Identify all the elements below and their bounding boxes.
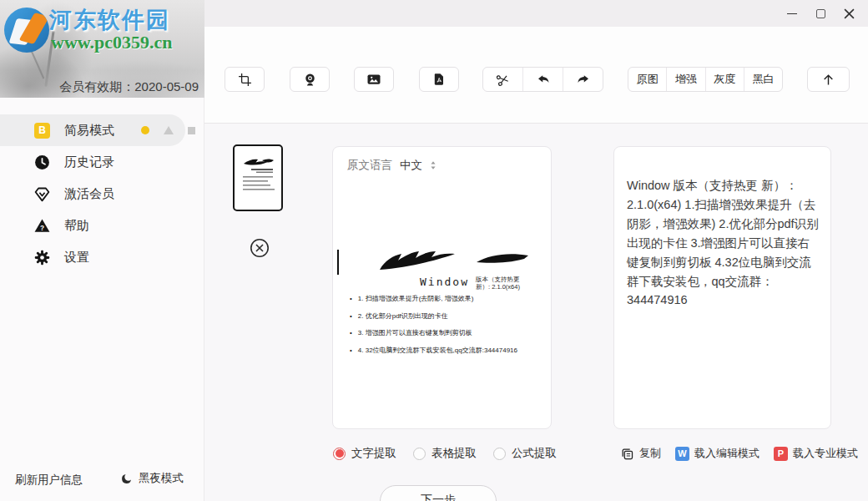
filter-enhance-button[interactable]: 增强 bbox=[666, 68, 704, 91]
upload-icon bbox=[821, 73, 835, 87]
clock-icon bbox=[33, 154, 51, 171]
app-window: 河东软件园 www.pc0359.cn 会员有效期：2020-05-09 B 简… bbox=[0, 0, 868, 501]
ink-stroke-decoration bbox=[375, 248, 533, 273]
image-icon bbox=[366, 72, 381, 87]
radio-formula-extract[interactable]: 公式提取 bbox=[493, 446, 557, 461]
scan-bullet: 2. 优化部分pdf识别出现的卡住 bbox=[350, 311, 543, 321]
triangle-indicator-icon[interactable] bbox=[164, 126, 174, 134]
result-action-row: 复制 W 载入编辑模式 P 载入专业模式 bbox=[620, 446, 858, 461]
sidebar-item-label: 帮助 bbox=[64, 218, 89, 234]
open-pdf-button[interactable] bbox=[419, 67, 459, 92]
radio-unchecked-icon bbox=[413, 448, 426, 460]
scan-title-en: Window bbox=[420, 276, 469, 288]
svg-text:?: ? bbox=[40, 224, 44, 232]
redo-icon bbox=[576, 72, 591, 87]
load-edit-mode-button[interactable]: W 载入编辑模式 bbox=[675, 446, 760, 461]
radio-checked-icon bbox=[333, 448, 346, 460]
ocr-result-text[interactable]: Window 版本（支持热更 新）：2.1.0(x64) 1.扫描增强效果提升（… bbox=[627, 176, 821, 310]
undo-icon bbox=[536, 72, 551, 87]
ppt-icon: P bbox=[774, 447, 788, 461]
undo-button[interactable] bbox=[522, 68, 563, 91]
gear-icon bbox=[33, 249, 51, 266]
sidebar-item-label: 设置 bbox=[64, 250, 89, 266]
filter-original-button[interactable]: 原图 bbox=[628, 68, 666, 91]
close-button[interactable] bbox=[835, 3, 863, 24]
cut-button[interactable] bbox=[483, 68, 522, 91]
close-circle-icon bbox=[250, 238, 270, 258]
square-indicator-icon[interactable] bbox=[188, 127, 195, 134]
site-logo-icon bbox=[4, 8, 49, 53]
mode-indicators bbox=[141, 126, 195, 134]
scan-title-version: 版本（支持热更 新）: 2.1.0(x64) bbox=[476, 276, 520, 291]
sidebar-footer: 刷新用户信息 黑夜模式 bbox=[0, 471, 204, 489]
watermark-site-url: www.pc0359.cn bbox=[51, 32, 172, 53]
webcam-capture-button[interactable] bbox=[290, 67, 330, 92]
sidebar-item-history[interactable]: 历史记录 bbox=[0, 146, 204, 178]
source-language-select[interactable]: 原文语言 中文 bbox=[347, 158, 437, 173]
thumbnail-preview-image bbox=[235, 146, 281, 210]
maximize-button[interactable] bbox=[806, 3, 835, 24]
dark-mode-toggle[interactable]: 黑夜模式 bbox=[120, 471, 184, 486]
scan-artifact-line bbox=[337, 250, 339, 275]
next-step-label: 下一步 bbox=[421, 493, 456, 501]
radio-table-extract[interactable]: 表格提取 bbox=[413, 446, 477, 461]
sidebar-item-activate-membership[interactable]: 激活会员 bbox=[0, 178, 204, 210]
filter-blackwhite-button[interactable]: 黑白 bbox=[744, 68, 782, 91]
dark-mode-label: 黑夜模式 bbox=[139, 471, 184, 486]
sidebar: 河东软件园 www.pc0359.cn 会员有效期：2020-05-09 B 简… bbox=[0, 0, 204, 501]
dot-indicator-icon[interactable] bbox=[141, 126, 149, 134]
scan-bullet-list: 1. 扫描增强效果提升(去阴影, 增强效果) 2. 优化部分pdf识别出现的卡住… bbox=[350, 294, 543, 362]
language-label: 原文语言 bbox=[347, 158, 392, 173]
extract-mode-row: 文字提取 表格提取 公式提取 bbox=[333, 446, 557, 461]
sidebar-item-label: 简易模式 bbox=[64, 123, 114, 139]
load-pro-mode-button[interactable]: P 载入专业模式 bbox=[774, 446, 858, 461]
gem-icon bbox=[33, 185, 51, 203]
copy-icon bbox=[620, 447, 634, 461]
scan-bullet: 4. 32位电脑到交流群下载安装包,qq交流群:344474916 bbox=[350, 346, 543, 355]
scan-document-title: Window 版本（支持热更 新）: 2.1.0(x64) bbox=[420, 276, 520, 291]
b-badge-icon: B bbox=[33, 122, 51, 139]
watermark-site-name: 河东软件园 bbox=[49, 5, 170, 35]
edit-history-group bbox=[482, 67, 603, 92]
sidebar-item-label: 历史记录 bbox=[64, 154, 114, 170]
sidebar-item-settings[interactable]: 设置 bbox=[0, 241, 204, 273]
radio-unchecked-icon bbox=[493, 448, 506, 460]
sidebar-item-help[interactable]: ? 帮助 bbox=[0, 210, 204, 241]
open-image-button[interactable] bbox=[354, 67, 394, 92]
help-icon: ? bbox=[33, 217, 51, 235]
maximize-icon bbox=[816, 9, 825, 18]
upload-button[interactable] bbox=[807, 67, 850, 92]
copy-button[interactable]: 复制 bbox=[620, 446, 661, 461]
sidebar-item-simple-mode[interactable]: B 简易模式 bbox=[0, 114, 185, 146]
toolbar: 原图 增强 灰度 黑白 bbox=[204, 27, 868, 124]
word-icon: W bbox=[675, 447, 689, 461]
page-thumbnail[interactable] bbox=[233, 144, 283, 211]
scan-bullet: 1. 扫描增强效果提升(去阴影, 增强效果) bbox=[350, 294, 543, 303]
redo-button[interactable] bbox=[563, 68, 603, 91]
radio-text-extract[interactable]: 文字提取 bbox=[333, 446, 396, 461]
next-step-button[interactable]: 下一步 bbox=[380, 485, 497, 501]
filter-grayscale-button[interactable]: 灰度 bbox=[705, 68, 744, 91]
scan-bullet: 3. 增强图片可以直接右键复制到剪切板 bbox=[350, 328, 543, 337]
scissors-icon bbox=[494, 71, 512, 89]
header-banner-image: 河东软件园 www.pc0359.cn 会员有效期：2020-05-09 bbox=[0, 0, 204, 98]
membership-expiry-text: 会员有效期：2020-05-09 bbox=[59, 79, 199, 95]
sidebar-nav: B 简易模式 历史记录 激活会员 bbox=[0, 98, 204, 273]
crop-icon bbox=[238, 73, 252, 87]
sort-arrows-icon bbox=[430, 160, 437, 170]
ocr-result-panel: Window 版本（支持热更 新）：2.1.0(x64) 1.扫描增强效果提升（… bbox=[613, 146, 831, 429]
crop-button[interactable] bbox=[225, 67, 265, 92]
remove-page-button[interactable] bbox=[250, 238, 270, 258]
pdf-icon bbox=[432, 73, 446, 86]
image-filter-group: 原图 增强 灰度 黑白 bbox=[628, 67, 783, 92]
minimize-icon bbox=[787, 13, 797, 14]
refresh-user-info-link[interactable]: 刷新用户信息 bbox=[15, 473, 83, 488]
language-value: 中文 bbox=[400, 158, 422, 173]
close-icon bbox=[844, 8, 855, 19]
main-content: 原文语言 中文 Window 版本（支持热更 新）: 2.1.0(x64) 1.… bbox=[204, 124, 868, 501]
webcam-icon bbox=[303, 73, 317, 87]
titlebar bbox=[204, 0, 868, 27]
sidebar-item-label: 激活会员 bbox=[64, 186, 114, 202]
document-preview-panel: 原文语言 中文 Window 版本（支持热更 新）: 2.1.0(x64) 1.… bbox=[332, 146, 552, 429]
minimize-button[interactable] bbox=[778, 3, 806, 24]
